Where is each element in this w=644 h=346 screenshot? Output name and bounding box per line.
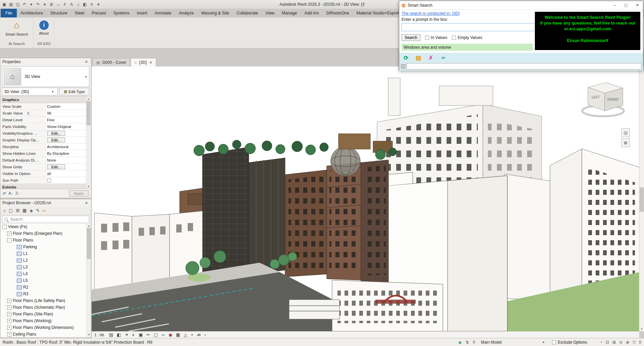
checkbox[interactable]	[552, 340, 556, 344]
property-checkbox[interactable]	[47, 178, 51, 182]
viewcube-front-label[interactable]: FRONT	[607, 98, 619, 101]
scroll-down-icon[interactable]: ▼	[87, 332, 91, 337]
ribbon-tab[interactable]: Precast	[88, 9, 109, 17]
maximize-button[interactable]: ▢	[620, 1, 632, 9]
checkbox[interactable]	[425, 36, 429, 40]
scrollbar-thumb[interactable]	[640, 187, 644, 212]
ribbon-tab[interactable]: View	[262, 9, 278, 17]
tree-item[interactable]: R3	[1, 291, 86, 297]
sun-path-icon[interactable]: ☀	[125, 333, 129, 337]
browser-search-box[interactable]: Search	[2, 216, 89, 223]
property-value[interactable]: None	[46, 157, 86, 163]
viewport-scrollbar[interactable]: ▲ ▼	[639, 67, 644, 331]
viewcube-left-label[interactable]: LEFT	[592, 95, 600, 99]
filter-icon[interactable]: ▽	[633, 340, 636, 345]
scrollbar-thumb[interactable]	[87, 228, 91, 259]
view-3d-glasses-icon[interactable]: ∞	[440, 54, 447, 61]
crop-view-icon[interactable]: ✂	[146, 333, 150, 337]
temporary-hide-isolate-icon[interactable]: ∞	[162, 333, 165, 337]
ribbon-tab[interactable]: Collaborate	[233, 9, 262, 17]
apply-button[interactable]: Apply	[69, 190, 89, 197]
refresh-icon[interactable]: ⟳	[402, 54, 410, 61]
hide-analytical-model-icon[interactable]: △	[184, 333, 187, 337]
undo-dropdown-icon[interactable]: ▾	[28, 1, 34, 7]
scroll-left-icon[interactable]: ‹	[204, 333, 206, 337]
dimension-icon[interactable]: #	[62, 1, 68, 7]
ribbon-tab[interactable]: Steel	[71, 9, 88, 17]
close-tab-icon[interactable]: ✕	[149, 60, 152, 65]
export-icon[interactable]: ▤	[415, 54, 422, 61]
dialog-title-bar[interactable]: ▦ Smart Search ─ ▢ ✕	[399, 1, 643, 10]
view-selector-dropdown[interactable]: 3D View: {3D} ▾	[2, 88, 58, 95]
print-icon[interactable]: ≣	[48, 1, 54, 7]
tree-expander[interactable]: +	[7, 299, 11, 303]
scroll-up-icon[interactable]: ▲	[86, 96, 91, 101]
smart-search-button[interactable]: ⌂ Smart Search	[5, 19, 28, 36]
ribbon-tab[interactable]: Analyze	[175, 9, 197, 17]
tree-item[interactable]: L5	[1, 277, 86, 284]
chevron-down-icon[interactable]: ▾	[83, 75, 89, 79]
property-value[interactable]: Architectural	[46, 143, 86, 150]
tree-expander[interactable]: +	[7, 332, 11, 337]
worksharing-display-icon[interactable]: ⇄	[197, 333, 201, 337]
tree-item[interactable]: + Floor Plans (Site Plan)	[1, 311, 86, 317]
tree-item[interactable]: - Floor Plans	[1, 237, 86, 244]
pedestrian-bridge[interactable]	[289, 300, 339, 319]
background-processes-icon[interactable]: ◔	[600, 340, 602, 345]
sort-descending-icon[interactable]: Z↓	[15, 191, 19, 196]
temporary-view-properties-icon[interactable]: ▦	[176, 333, 180, 337]
property-section-header[interactable]: Graphics	[1, 96, 91, 103]
scroll-down-icon[interactable]: ▼	[639, 327, 644, 331]
thin-lines-icon[interactable]: ≡	[89, 1, 95, 7]
tree-item[interactable]: L3	[1, 264, 86, 270]
scale-button[interactable]: 1 : 96	[94, 333, 105, 337]
tree-expander[interactable]: +	[7, 231, 11, 236]
rendering-dialog-icon[interactable]: ▣	[139, 333, 143, 337]
section-icon[interactable]: ◧	[82, 1, 88, 7]
tree-item[interactable]: + Floor Plans (Life Safety Plan)	[1, 297, 86, 304]
search-scope-link[interactable]: The search is conducted in: {3D}	[402, 11, 460, 16]
properties-scrollbar[interactable]: ▲ ▼	[86, 96, 91, 189]
app-menu-icon[interactable]: ▣	[1, 1, 7, 7]
ribbon-tab[interactable]: Systems	[109, 9, 133, 17]
3d-viewport[interactable]: LEFT FRONT ◎ ⊕	[92, 67, 639, 331]
select-underlay-icon[interactable]: ⊞	[612, 340, 616, 345]
tree-item[interactable]: + Floor Plans (Working Dimensions)	[1, 324, 86, 331]
bottom-center-building[interactable]	[332, 280, 443, 331]
scroll-down-icon[interactable]: ▼	[86, 184, 91, 189]
ribbon-tab[interactable]: Insert	[133, 9, 151, 17]
scroll-up-icon[interactable]: ▲	[87, 223, 91, 228]
default-3d-view-icon[interactable]: ⌂	[75, 1, 81, 7]
property-value[interactable]: 96	[46, 110, 86, 116]
customize-quick-access-icon[interactable]: ▾	[95, 1, 101, 7]
reveal-hidden-elements-icon[interactable]: ◉	[169, 333, 172, 337]
sheets-icon[interactable]: ◈	[30, 208, 33, 213]
tree-item[interactable]: + Floor Plans (Enlarged Plan)	[1, 230, 86, 237]
browser-scrollbar[interactable]: ▲ ▼	[86, 223, 91, 337]
views-icon[interactable]: ▢	[9, 208, 13, 213]
glass-dome[interactable]	[331, 146, 360, 176]
tree-item[interactable]: L1	[1, 250, 86, 257]
edit-button[interactable]: Edit...	[47, 131, 65, 136]
tree-expander[interactable]: -	[2, 225, 7, 229]
property-value[interactable]: By Discipline	[46, 150, 86, 157]
reveal-constraints-icon[interactable]: +	[191, 333, 193, 337]
property-value[interactable]: Show Original	[46, 123, 86, 130]
search-suggestion[interactable]: Windows area and volume	[402, 44, 533, 51]
tree-item[interactable]: L4	[1, 270, 86, 277]
ribbon-tab[interactable]: Material Studio+Export	[353, 9, 403, 17]
show-crop-region-icon[interactable]: ▢	[154, 333, 158, 337]
design-option-dropdown[interactable]: Main Model ▾	[479, 339, 548, 345]
scrollbar-thumb[interactable]	[87, 101, 90, 125]
edit-type-button[interactable]: ▦ Edit Type	[59, 88, 89, 95]
link-icon[interactable]: ∞	[43, 208, 46, 213]
tree-item[interactable]: L2	[1, 257, 86, 264]
property-value[interactable]: Custom	[46, 103, 86, 110]
ribbon-tab[interactable]: Manage	[278, 9, 301, 17]
property-section-header[interactable]: Extents	[1, 184, 91, 189]
tree-expander[interactable]: +	[7, 312, 11, 316]
view-tab[interactable]: ⌂ {3D} ✕	[131, 58, 156, 67]
expand-all-icon[interactable]: ⊞	[16, 208, 19, 213]
redo-dropdown-icon[interactable]: ▾	[42, 1, 48, 7]
tree-expander[interactable]: -	[7, 238, 11, 243]
